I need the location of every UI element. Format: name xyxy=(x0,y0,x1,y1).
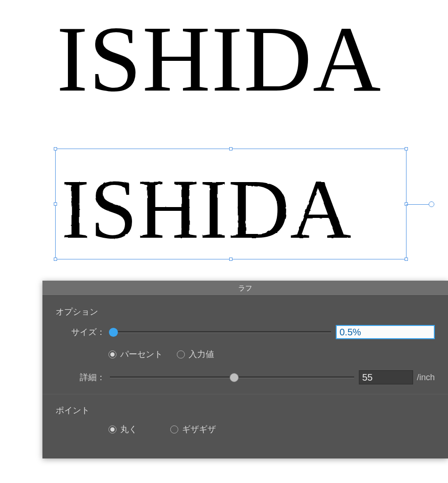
size-row: サイズ： xyxy=(56,325,435,339)
points-radio-group: 丸く ギザギザ xyxy=(108,424,435,435)
radio-icon xyxy=(108,350,116,358)
text-roughened[interactable]: ISHIDA xyxy=(61,160,352,258)
points-corner-label: ギザギザ xyxy=(182,424,216,435)
radio-icon xyxy=(170,425,178,433)
resize-handle-top-mid[interactable] xyxy=(229,147,232,150)
size-input[interactable] xyxy=(336,325,435,339)
detail-slider[interactable] xyxy=(110,376,354,378)
radio-icon xyxy=(108,425,116,433)
rotation-handle[interactable] xyxy=(429,201,434,207)
size-slider-thumb[interactable] xyxy=(109,328,118,337)
text-original: ISHIDA xyxy=(57,5,382,113)
detail-unit-label: /inch xyxy=(417,373,435,383)
detail-input[interactable] xyxy=(359,370,413,384)
points-smooth-label: 丸く xyxy=(120,424,137,435)
size-slider[interactable] xyxy=(110,331,331,333)
size-unit-absolute-radio[interactable]: 入力値 xyxy=(177,349,214,360)
resize-handle-top-left[interactable] xyxy=(54,147,57,150)
resize-handle-top-right[interactable] xyxy=(405,147,408,150)
resize-handle-bottom-mid[interactable] xyxy=(229,258,232,261)
detail-label: 詳細： xyxy=(56,372,105,383)
detail-slider-thumb[interactable] xyxy=(230,373,239,382)
resize-handle-mid-left[interactable] xyxy=(54,202,57,206)
size-unit-percent-radio[interactable]: パーセント xyxy=(108,349,163,360)
canvas-area: ISHIDA ISHIDA xyxy=(0,0,448,278)
points-corner-radio[interactable]: ギザギザ xyxy=(170,424,216,435)
size-unit-absolute-label: 入力値 xyxy=(189,349,214,360)
rotation-line xyxy=(406,204,430,205)
detail-row: 詳細： /inch xyxy=(56,370,435,384)
size-label: サイズ： xyxy=(56,326,105,338)
divider xyxy=(42,394,448,394)
size-unit-radio-group: パーセント 入力値 xyxy=(108,349,435,360)
points-section-label: ポイント xyxy=(56,405,435,416)
size-unit-percent-label: パーセント xyxy=(120,349,163,360)
resize-handle-bottom-right[interactable] xyxy=(405,258,408,261)
dialog-title[interactable]: ラフ xyxy=(42,281,448,296)
radio-icon xyxy=(177,350,185,358)
resize-handle-bottom-left[interactable] xyxy=(54,258,57,261)
options-section-label: オプション xyxy=(56,306,435,317)
points-smooth-radio[interactable]: 丸く xyxy=(108,424,137,435)
roughen-dialog: ラフ オプション サイズ： パーセント 入力値 詳細： xyxy=(42,281,448,458)
